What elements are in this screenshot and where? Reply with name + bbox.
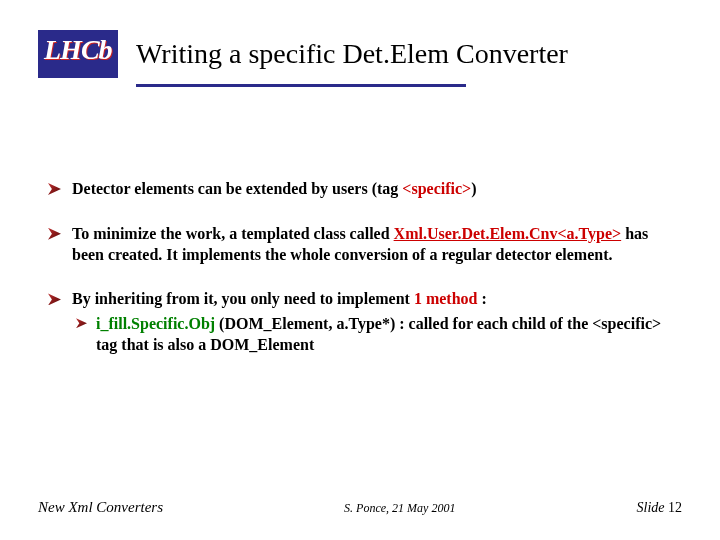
title-underline [136,84,466,87]
footer-center: S. Ponce, 21 May 2001 [163,501,637,516]
logo-lhcb [38,30,118,78]
bullet-list: Detector elements can be extended by use… [40,179,680,356]
sub-item: i_fill.Specific.Obj (DOM_Element, a.Type… [72,314,680,356]
bullet-item: Detector elements can be extended by use… [40,179,680,200]
slide-number: 12 [668,500,682,515]
slide: Writing a specific Det.Elem Converter De… [0,0,720,540]
text: To minimize the work, a templated class … [72,225,394,242]
sub-list: i_fill.Specific.Obj (DOM_Element, a.Type… [72,314,680,356]
slide-label: Slide [637,500,669,515]
slide-title: Writing a specific Det.Elem Converter [136,38,568,70]
text: Detector elements can be extended by use… [72,180,402,197]
footer-left: New Xml Converters [38,499,163,516]
method-signature: (DOM_Element, a.Type*) [215,315,395,332]
slide-footer: New Xml Converters S. Ponce, 21 May 2001… [38,499,682,516]
slide-body: Detector elements can be extended by use… [38,179,682,356]
class-name: Xml.User.Det.Elem.Cnv<a.Type> [394,225,622,242]
method-count: 1 method [414,290,478,307]
bullet-item: By inheriting from it, you only need to … [40,289,680,355]
text: ) [471,180,476,197]
footer-right: Slide 12 [637,500,683,516]
slide-header: Writing a specific Det.Elem Converter [38,30,682,78]
bullet-item: To minimize the work, a templated class … [40,224,680,266]
text: : [477,290,486,307]
method-name: i_fill.Specific.Obj [96,315,215,332]
text: By inheriting from it, you only need to … [72,290,414,307]
tag-specific: <specific> [402,180,471,197]
